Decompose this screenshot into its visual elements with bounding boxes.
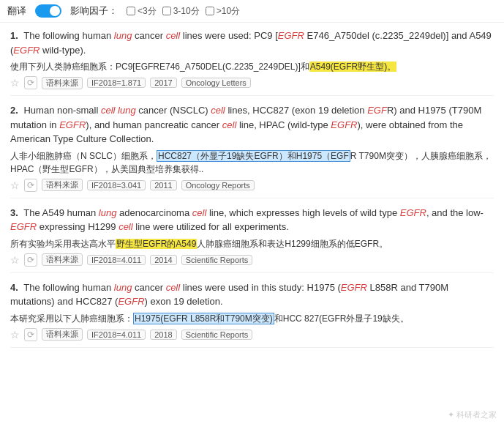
refresh-1[interactable]: ⟳ (24, 76, 37, 89)
filter-3to10[interactable]: 3-10分 (162, 5, 200, 18)
tag-journal-1: Oncology Letters (181, 78, 251, 88)
result-1-number: 1. (10, 30, 18, 41)
tag-year-4: 2018 (150, 330, 176, 340)
tag-source-1: 语料来源 (42, 77, 83, 89)
tag-year-2: 2011 (150, 180, 176, 190)
highlight-1: A549(EGFR野生型)。 (309, 62, 396, 72)
toggle-knob (50, 6, 60, 16)
refresh-2[interactable]: ⟳ (24, 179, 37, 192)
highlight-3: 野生型EGFR的A549 (116, 239, 197, 249)
result-4-en: 4. The following human lung cancer cell … (10, 280, 494, 309)
result-1-zh: 使用下列人类肺癌细胞系：PC9[EGFRE746_A750DEL(C.2235_… (10, 60, 494, 73)
filter-gt10-checkbox[interactable] (206, 7, 214, 15)
impact-label: 影响因子： (70, 4, 118, 18)
result-1-en: 1. The following human lung cancer cell … (10, 29, 494, 57)
star-1[interactable]: ☆ (10, 77, 20, 89)
tag-year-1: 2017 (150, 78, 176, 88)
tag-if-4: IF2018=4.011 (87, 330, 146, 340)
result-2-number: 2. (10, 105, 18, 116)
tag-journal-3: Scientific Reports (181, 255, 253, 265)
filter-lt3-label: <3分 (138, 5, 157, 18)
top-bar: 翻译 影响因子： <3分 3-10分 >10分 (0, 0, 504, 23)
filter-gt10[interactable]: >10分 (206, 5, 240, 18)
filter-3to10-checkbox[interactable] (162, 7, 171, 15)
translate-label: 翻译 (7, 4, 26, 18)
filter-3to10-label: 3-10分 (173, 5, 200, 18)
highlight-2: HCC827（外显子19缺失EGFR）和H1975（EGF (157, 150, 350, 162)
result-2-zh: 人非小细胞肺癌（N SCLC）细胞系，HCC827（外显子19缺失EGFR）和H… (10, 149, 494, 176)
tag-if-1: IF2018=1.871 (87, 78, 146, 88)
result-2-en: 2. Human non-small cell lung cancer (NSC… (10, 103, 494, 146)
star-2[interactable]: ☆ (10, 179, 20, 191)
results-container: 1. The following human lung cancer cell … (0, 23, 504, 361)
result-3-en: 3. The A549 human lung adenocarcinoma ce… (10, 206, 494, 234)
tag-year-3: 2014 (150, 255, 176, 265)
result-item-4: 4. The following human lung cancer cell … (10, 280, 494, 348)
tag-if-2: IF2018=3.041 (87, 180, 146, 190)
highlight-4: H1975(EGFR L858R和T790M突变) (133, 313, 274, 324)
tag-journal-2: Oncology Reports (181, 180, 255, 190)
star-3[interactable]: ☆ (10, 254, 20, 266)
filter-lt3[interactable]: <3分 (127, 5, 157, 18)
watermark: ✦ 科研者之家 (448, 409, 497, 420)
filter-gt10-label: >10分 (217, 5, 240, 18)
result-4-zh: 本研究采用以下人肺癌细胞系：H1975(EGFR L858R和T790M突变)和… (10, 312, 494, 325)
tag-source-2: 语料来源 (42, 179, 83, 191)
result-3-zh: 所有实验均采用表达高水平野生型EGFR的A549人肺腺癌细胞系和表达H1299细… (10, 237, 494, 250)
filter-lt3-checkbox[interactable] (127, 7, 135, 15)
result-item-3: 3. The A549 human lung adenocarcinoma ce… (10, 206, 494, 273)
result-1-meta: ☆ ⟳ 语料来源 IF2018=1.871 2017 Oncology Lett… (10, 76, 494, 89)
result-3-meta: ☆ ⟳ 语料来源 IF2018=4.011 2014 Scientific Re… (10, 253, 494, 267)
tag-if-3: IF2018=4.011 (87, 255, 146, 265)
refresh-4[interactable]: ⟳ (24, 328, 37, 341)
translate-toggle[interactable] (35, 4, 61, 18)
refresh-3[interactable]: ⟳ (24, 253, 37, 267)
tag-source-3: 语料来源 (42, 253, 83, 266)
result-item-1: 1. The following human lung cancer cell … (10, 29, 494, 96)
star-4[interactable]: ☆ (10, 329, 20, 341)
result-item-2: 2. Human non-small cell lung cancer (NSC… (10, 103, 494, 198)
filter-group: <3分 3-10分 >10分 (127, 5, 240, 18)
tag-source-4: 语料来源 (42, 328, 83, 341)
result-3-number: 3. (10, 207, 18, 218)
result-4-meta: ☆ ⟳ 语料来源 IF2018=4.011 2018 Scientific Re… (10, 328, 494, 341)
result-4-number: 4. (10, 282, 18, 293)
result-2-meta: ☆ ⟳ 语料来源 IF2018=3.041 2011 Oncology Repo… (10, 179, 494, 192)
tag-journal-4: Scientific Reports (181, 330, 253, 340)
